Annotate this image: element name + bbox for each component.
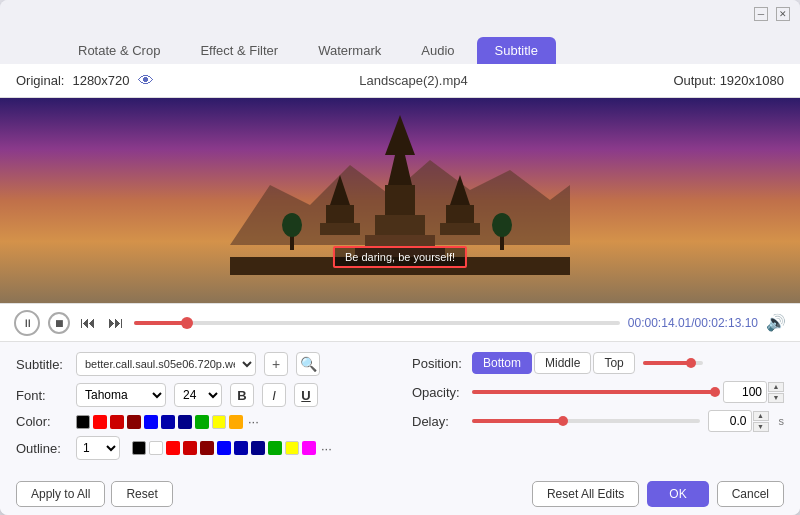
tab-watermark[interactable]: Watermark bbox=[300, 37, 399, 64]
subtitle-select[interactable]: better.call.saul.s05e06.720p.web.h264-xl… bbox=[76, 352, 256, 376]
position-label: Position: bbox=[412, 356, 464, 371]
svg-rect-2 bbox=[385, 185, 415, 215]
delay-down[interactable]: ▼ bbox=[753, 422, 769, 432]
outline-swatch-red2[interactable] bbox=[183, 441, 197, 455]
svg-rect-7 bbox=[326, 205, 354, 225]
position-bottom-button[interactable]: Bottom bbox=[472, 352, 532, 374]
bottom-bar: Apply to All Reset Reset All Edits OK Ca… bbox=[0, 475, 800, 515]
color-swatches: ··· bbox=[76, 414, 259, 429]
more-outline-colors-button[interactable]: ··· bbox=[321, 441, 332, 456]
bottom-left-buttons: Apply to All Reset bbox=[16, 481, 173, 507]
cancel-button[interactable]: Cancel bbox=[717, 481, 784, 507]
opacity-label: Opacity: bbox=[412, 385, 464, 400]
title-bar: ─ ✕ bbox=[0, 0, 800, 28]
filename: Landscape(2).mp4 bbox=[359, 73, 467, 88]
color-label: Color: bbox=[16, 414, 68, 429]
opacity-arrows: ▲ ▼ bbox=[768, 382, 784, 403]
color-swatch-dark-blue[interactable] bbox=[178, 415, 192, 429]
opacity-down[interactable]: ▼ bbox=[768, 393, 784, 403]
opacity-slider[interactable] bbox=[472, 390, 715, 394]
progress-fill bbox=[134, 321, 187, 325]
original-label: Original: bbox=[16, 73, 64, 88]
pause-button[interactable]: ⏸ bbox=[14, 310, 40, 336]
transport-bar: ⏸ ⏹ ⏮ ⏭ 00:00:14.01/00:02:13.10 🔊 bbox=[0, 303, 800, 341]
delay-unit: s bbox=[779, 415, 785, 427]
color-swatch-orange[interactable] bbox=[229, 415, 243, 429]
outline-swatch-dark-blue[interactable] bbox=[251, 441, 265, 455]
position-middle-button[interactable]: Middle bbox=[534, 352, 591, 374]
bold-button[interactable]: B bbox=[230, 383, 254, 407]
video-preview: Be daring, be yourself! bbox=[0, 98, 800, 303]
color-swatch-blue1[interactable] bbox=[144, 415, 158, 429]
close-button[interactable]: ✕ bbox=[776, 7, 790, 21]
opacity-value: 100 bbox=[723, 381, 767, 403]
original-resolution: 1280x720 bbox=[72, 73, 129, 88]
outline-swatch-red1[interactable] bbox=[166, 441, 180, 455]
italic-button[interactable]: I bbox=[262, 383, 286, 407]
output-resolution: Output: 1920x1080 bbox=[673, 73, 784, 88]
delay-up[interactable]: ▲ bbox=[753, 411, 769, 421]
outline-swatch-black[interactable] bbox=[132, 441, 146, 455]
position-top-button[interactable]: Top bbox=[593, 352, 634, 374]
svg-point-13 bbox=[282, 213, 302, 237]
color-row: Color: ··· bbox=[16, 414, 388, 429]
delay-value: 0.0 bbox=[708, 410, 752, 432]
color-swatch-black[interactable] bbox=[76, 415, 90, 429]
opacity-up[interactable]: ▲ bbox=[768, 382, 784, 392]
font-row: Font: Tahoma 24 B I U bbox=[16, 383, 388, 407]
font-size-select[interactable]: 24 bbox=[174, 383, 222, 407]
outline-swatch-magenta[interactable] bbox=[302, 441, 316, 455]
outline-swatch-blue1[interactable] bbox=[217, 441, 231, 455]
stop-button[interactable]: ⏹ bbox=[48, 312, 70, 334]
reset-all-edits-button[interactable]: Reset All Edits bbox=[532, 481, 639, 507]
time-display: 00:00:14.01/00:02:13.10 bbox=[628, 316, 758, 330]
tab-rotate-crop[interactable]: Rotate & Crop bbox=[60, 37, 178, 64]
tab-audio[interactable]: Audio bbox=[403, 37, 472, 64]
color-swatch-red2[interactable] bbox=[110, 415, 124, 429]
volume-icon[interactable]: 🔊 bbox=[766, 313, 786, 332]
svg-rect-10 bbox=[446, 205, 474, 225]
color-swatch-red1[interactable] bbox=[93, 415, 107, 429]
svg-point-15 bbox=[492, 213, 512, 237]
outline-swatch-dark-red[interactable] bbox=[200, 441, 214, 455]
add-subtitle-button[interactable]: + bbox=[264, 352, 288, 376]
ok-button[interactable]: OK bbox=[647, 481, 708, 507]
subtitle-preview-text: Be daring, be yourself! bbox=[333, 246, 467, 268]
delay-arrows: ▲ ▼ bbox=[753, 411, 769, 432]
outline-swatch-green[interactable] bbox=[268, 441, 282, 455]
more-colors-button[interactable]: ··· bbox=[248, 414, 259, 429]
outline-select[interactable]: 1 bbox=[76, 436, 120, 460]
svg-rect-8 bbox=[320, 223, 360, 235]
search-subtitle-button[interactable]: 🔍 bbox=[296, 352, 320, 376]
bottom-right-buttons: Reset All Edits OK Cancel bbox=[532, 481, 784, 507]
skip-back-button[interactable]: ⏮ bbox=[78, 314, 98, 332]
apply-all-button[interactable]: Apply to All bbox=[16, 481, 105, 507]
tabs-bar: Rotate & Crop Effect & Filter Watermark … bbox=[0, 28, 800, 64]
color-swatch-green[interactable] bbox=[195, 415, 209, 429]
tab-effect-filter[interactable]: Effect & Filter bbox=[182, 37, 296, 64]
tab-subtitle[interactable]: Subtitle bbox=[477, 37, 556, 64]
position-slider[interactable] bbox=[643, 361, 703, 365]
color-swatch-dark-red[interactable] bbox=[127, 415, 141, 429]
delay-slider[interactable] bbox=[472, 419, 700, 423]
outline-swatch-white[interactable] bbox=[149, 441, 163, 455]
controls-panel: Subtitle: better.call.saul.s05e06.720p.w… bbox=[0, 341, 800, 475]
delay-spinbox: 0.0 ▲ ▼ bbox=[708, 410, 769, 432]
progress-bar[interactable] bbox=[134, 321, 620, 325]
opacity-row: Opacity: 100 ▲ ▼ bbox=[412, 381, 784, 403]
outline-swatch-yellow[interactable] bbox=[285, 441, 299, 455]
minimize-button[interactable]: ─ bbox=[754, 7, 768, 21]
skip-forward-button[interactable]: ⏭ bbox=[106, 314, 126, 332]
position-group: Bottom Middle Top bbox=[472, 352, 635, 374]
font-label: Font: bbox=[16, 388, 68, 403]
subtitle-label: Subtitle: bbox=[16, 357, 68, 372]
outline-label: Outline: bbox=[16, 441, 68, 456]
color-swatch-yellow[interactable] bbox=[212, 415, 226, 429]
visibility-icon[interactable]: 👁 bbox=[138, 72, 154, 90]
delay-label: Delay: bbox=[412, 414, 464, 429]
font-select[interactable]: Tahoma bbox=[76, 383, 166, 407]
color-swatch-blue2[interactable] bbox=[161, 415, 175, 429]
reset-button[interactable]: Reset bbox=[111, 481, 172, 507]
outline-swatch-blue2[interactable] bbox=[234, 441, 248, 455]
underline-button[interactable]: U bbox=[294, 383, 318, 407]
